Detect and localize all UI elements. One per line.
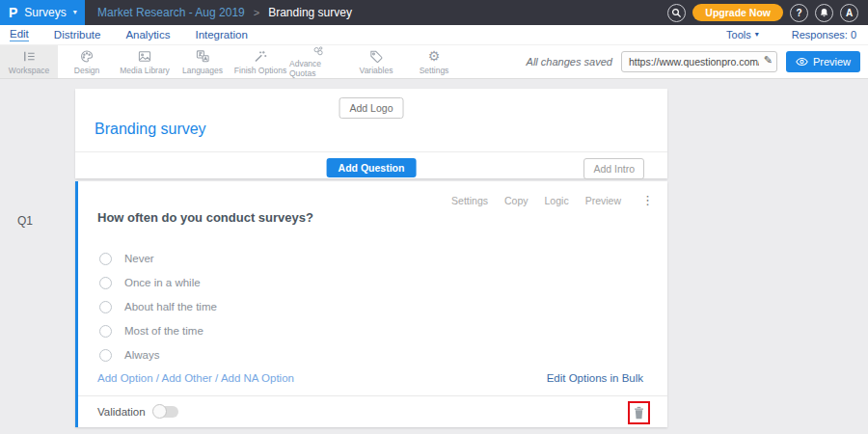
radio-button[interactable] (99, 277, 112, 289)
link-separator: / (212, 372, 221, 384)
radio-button[interactable] (99, 349, 112, 362)
toolbar-item-label: Languages (182, 66, 223, 75)
topbar-actions: Upgrade Now ? A (667, 4, 868, 22)
add-na-option-link[interactable]: Add NA Option (221, 372, 294, 384)
question-copy-link[interactable]: Copy (504, 195, 529, 206)
survey-title[interactable]: Branding survey (95, 121, 206, 138)
toolbar-item-label: Workspace (9, 66, 49, 75)
tab-analytics[interactable]: Analytics (125, 29, 170, 41)
preview-label: Preview (813, 56, 851, 68)
radio-button[interactable] (99, 301, 112, 313)
radio-button[interactable] (99, 325, 112, 338)
save-status: All changes saved (527, 56, 612, 68)
help-button[interactable]: ? (790, 4, 808, 22)
option-row: About half the time (99, 300, 217, 313)
question-number: Q1 (17, 214, 33, 228)
preview-button[interactable]: Preview (786, 51, 860, 72)
toggle-knob (152, 404, 167, 419)
question-card: Settings Copy Logic Preview ⋮ How often … (75, 181, 667, 427)
option-label[interactable]: Never (124, 253, 154, 264)
breadcrumb-separator: > (254, 7, 259, 18)
survey-editor: Q1 Add Logo Branding survey Add Question… (0, 79, 868, 434)
toolbar-item-variables[interactable]: Variables (347, 45, 405, 78)
tools-label: Tools (726, 29, 751, 41)
answer-options: Never Once in a while About half the tim… (99, 252, 217, 362)
toolbar-right: All changes saved ✎ Preview (527, 45, 868, 78)
validation-label: Validation (97, 406, 146, 418)
option-label[interactable]: About half the time (124, 301, 217, 312)
trash-icon (634, 406, 644, 420)
link-separator: / (153, 372, 162, 384)
questionpro-app: P Surveys ▾ Market Research - Aug 2019 >… (0, 0, 868, 434)
option-add-links: Add Option / Add Other / Add NA Option (97, 372, 294, 384)
toolbar-item-media-library[interactable]: Media Library (116, 45, 174, 78)
tab-edit[interactable]: Edit (10, 28, 29, 41)
toolbar-item-label: Finish Options (234, 66, 286, 75)
add-option-link[interactable]: Add Option (97, 372, 153, 384)
validation-toggle[interactable] (153, 406, 178, 418)
upgrade-now-button[interactable]: Upgrade Now (692, 4, 783, 21)
survey-url-input[interactable] (621, 51, 777, 72)
question-logic-link[interactable]: Logic (545, 195, 569, 206)
survey-header-card: Add Logo Branding survey Add Question Ad… (75, 89, 667, 178)
divider (78, 395, 667, 396)
caret-down-icon: ▾ (73, 9, 77, 16)
question-settings-link[interactable]: Settings (451, 195, 488, 206)
tools-menu[interactable]: Tools ▾ (726, 29, 759, 41)
option-row: Most of the time (99, 324, 217, 338)
toolbar-item-languages[interactable]: Languages (174, 45, 231, 78)
kebab-menu-icon[interactable]: ⋮ (641, 193, 654, 207)
option-label[interactable]: Most of the time (124, 325, 203, 337)
edit-url-pencil-icon[interactable]: ✎ (764, 54, 773, 67)
add-other-link[interactable]: Add Other (162, 372, 212, 384)
add-logo-button[interactable]: Add Logo (339, 97, 404, 119)
question-actions: Settings Copy Logic Preview ⋮ (451, 193, 654, 207)
add-intro-button[interactable]: Add Intro (583, 158, 644, 179)
toolbar-item-settings[interactable]: ⚙ Settings (405, 45, 463, 78)
breadcrumb-folder[interactable]: Market Research - Aug 2019 (97, 6, 245, 19)
tab-integration[interactable]: Integration (195, 29, 247, 41)
breadcrumb: Market Research - Aug 2019 > Branding su… (97, 6, 352, 19)
settings-gear-icon: ⚙ (428, 49, 441, 64)
divider (75, 151, 667, 152)
question-text[interactable]: How often do you conduct surveys? (97, 210, 313, 225)
toolbar-item-label: Advance Quotas (289, 59, 347, 78)
nav-right: Tools ▾ Responses: 0 (726, 29, 868, 41)
radio-button[interactable] (99, 253, 112, 265)
product-switcher[interactable]: P Surveys ▾ (0, 0, 85, 25)
add-question-button[interactable]: Add Question (327, 158, 417, 177)
toolbar-item-workspace[interactable]: Workspace (0, 45, 58, 78)
toolbar-item-label: Settings (420, 66, 449, 75)
edit-options-in-bulk-link[interactable]: Edit Options in Bulk (547, 372, 643, 384)
option-row: Once in a while (99, 276, 217, 289)
validation-row: Validation (97, 406, 178, 418)
breadcrumb-survey-name: Branding survey (268, 6, 352, 19)
question-preview-link[interactable]: Preview (585, 195, 621, 206)
questionpro-logo: P (9, 6, 17, 19)
toolbar-item-label: Design (74, 66, 99, 75)
search-icon[interactable] (667, 4, 686, 22)
caret-down-icon: ▾ (755, 31, 759, 39)
notifications-bell-icon[interactable] (815, 4, 833, 22)
main-nav: Edit Distribute Analytics Integration To… (0, 25, 868, 44)
option-label[interactable]: Once in a while (124, 277, 201, 288)
tab-distribute[interactable]: Distribute (54, 29, 101, 41)
option-row: Always (99, 348, 217, 362)
surveys-menu-label: Surveys (24, 6, 66, 19)
account-avatar[interactable]: A (840, 4, 858, 22)
topbar: P Surveys ▾ Market Research - Aug 2019 >… (0, 0, 868, 25)
delete-question-highlight[interactable] (628, 401, 650, 424)
responses-count[interactable]: Responses: 0 (792, 29, 856, 41)
toolbar-item-design[interactable]: Design (58, 45, 116, 78)
edit-toolbar: Workspace Design Media Library Languages… (0, 44, 868, 79)
option-row: Never (99, 252, 217, 265)
survey-url-wrap: ✎ (621, 51, 777, 72)
toolbar-item-label: Variables (360, 66, 393, 75)
eye-icon (796, 57, 808, 67)
toolbar-item-advance-quotas[interactable]: Advance Quotas (289, 45, 347, 78)
option-label[interactable]: Always (124, 349, 159, 361)
toolbar-item-finish-options[interactable]: Finish Options (231, 45, 289, 78)
toolbar-item-label: Media Library (120, 66, 170, 75)
